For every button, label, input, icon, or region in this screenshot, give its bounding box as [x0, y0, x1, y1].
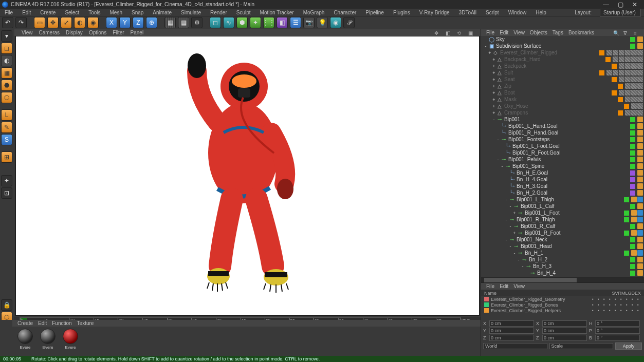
- tree-row[interactable]: +△Oxy_Hose: [481, 103, 644, 109]
- menu-3dtoall[interactable]: 3DToAll: [457, 10, 478, 15]
- coord-system[interactable]: ⊕: [146, 17, 157, 28]
- layer-menu-edit[interactable]: Edit: [500, 283, 508, 289]
- visibility-dots[interactable]: [599, 70, 604, 75]
- tag-icons[interactable]: [631, 230, 643, 236]
- tag-icons[interactable]: [637, 170, 643, 176]
- view-menu-view[interactable]: View: [22, 30, 33, 35]
- add-camera[interactable]: 📷: [303, 17, 315, 28]
- menu-animate[interactable]: Animate: [151, 10, 173, 15]
- tag-icons[interactable]: [637, 177, 643, 182]
- tag-icons[interactable]: [637, 117, 643, 122]
- tag-icons[interactable]: [637, 263, 643, 269]
- coord-field[interactable]: 0 °: [595, 335, 640, 341]
- menu-motion-tracker[interactable]: Motion Tracker: [259, 10, 296, 15]
- expand-toggle[interactable]: -: [495, 137, 501, 142]
- expand-toggle[interactable]: +: [512, 211, 517, 216]
- visibility-dots[interactable]: [630, 184, 635, 189]
- python-icon[interactable]: 𝒫: [343, 17, 355, 28]
- tree-row[interactable]: +△Crampons: [481, 109, 644, 116]
- tree-row[interactable]: └◦Bn_H_E.Goal: [481, 169, 644, 176]
- menu-render[interactable]: Render: [209, 10, 229, 15]
- menu-help[interactable]: Help: [534, 10, 548, 15]
- visibility-dots[interactable]: [630, 144, 635, 149]
- coord-mode-dropdown[interactable]: World: [483, 343, 547, 349]
- visibility-dots[interactable]: [630, 190, 635, 196]
- menu-select[interactable]: Select: [63, 10, 81, 15]
- coord-scale-dropdown[interactable]: Scale: [549, 343, 614, 349]
- tree-row[interactable]: └◦Bip001_R_Foot.Goal: [481, 149, 644, 156]
- add-cube[interactable]: ◻: [210, 17, 221, 28]
- visibility-dots[interactable]: [630, 37, 635, 42]
- menu-plugins[interactable]: Plugins: [392, 10, 412, 15]
- menu-sculpt[interactable]: Sculpt: [235, 10, 252, 15]
- tree-row[interactable]: -⊸Bip001_Spine: [481, 163, 644, 169]
- panel-menu-icon[interactable]: ≡: [634, 30, 639, 35]
- tree-row[interactable]: └◦Bip001_L_Foot.Goal: [481, 143, 644, 149]
- layer-menu-view[interactable]: View: [513, 283, 525, 289]
- edge-mode[interactable]: ⬡: [1, 92, 12, 103]
- tag-icons[interactable]: [631, 210, 643, 216]
- viewport[interactable]: [15, 36, 480, 316]
- tree-row[interactable]: -⊸Bn_H_3: [481, 263, 644, 270]
- visibility-dots[interactable]: [630, 124, 635, 129]
- visibility-dots[interactable]: [612, 90, 617, 96]
- expand-toggle[interactable]: +: [487, 50, 492, 55]
- menu-tools[interactable]: Tools: [87, 10, 102, 15]
- visibility-dots[interactable]: [630, 244, 635, 249]
- tree-row[interactable]: -⊸Bip001_L_Calf: [481, 203, 644, 209]
- tag-icons[interactable]: [619, 63, 643, 69]
- tag-icons[interactable]: [631, 217, 643, 222]
- layer-menu-file[interactable]: File: [486, 283, 494, 289]
- tree-row[interactable]: -⊸Bip001_L_Thigh: [481, 196, 644, 203]
- expand-toggle[interactable]: +: [491, 64, 496, 69]
- expand-toggle[interactable]: -: [491, 117, 496, 122]
- add-light[interactable]: 💡: [317, 17, 328, 28]
- add-spline[interactable]: ∿: [223, 17, 234, 28]
- tag-icons[interactable]: [637, 43, 643, 49]
- coord-field[interactable]: 0 °: [595, 320, 640, 327]
- view-toggle-icon[interactable]: ▣: [468, 30, 473, 35]
- tree-row[interactable]: +△Backpack_Hard: [481, 56, 644, 63]
- tree-row[interactable]: -⊸Bip001_Neck: [481, 236, 644, 243]
- material-area[interactable]: EvereEvereEvere: [12, 327, 481, 356]
- tag-icons[interactable]: [625, 110, 643, 116]
- tag-icons[interactable]: [637, 150, 643, 156]
- expand-toggle[interactable]: -: [500, 164, 505, 169]
- visibility-dots[interactable]: [630, 271, 635, 276]
- tree-row[interactable]: +△Boot: [481, 89, 644, 96]
- apply-button[interactable]: Apply: [615, 342, 642, 350]
- add-array[interactable]: ⋮⋮: [263, 17, 274, 28]
- expand-toggle[interactable]: +: [491, 90, 496, 96]
- tree-row[interactable]: -▣Subdivision Surface: [481, 43, 644, 49]
- tree-row[interactable]: └◦Bn_H_4.Goal: [481, 176, 644, 183]
- close-button[interactable]: ✕: [628, 1, 642, 8]
- add-modifier[interactable]: ✦: [250, 17, 261, 28]
- visibility-dots[interactable]: [624, 251, 629, 256]
- visibility-dots[interactable]: [599, 50, 604, 55]
- menu-simulate[interactable]: Simulate: [179, 10, 203, 15]
- objects-menu-file[interactable]: File: [486, 30, 494, 35]
- layer-row[interactable]: Everest_Climber_Rigged_Geometry▪▪▪▪▪▪▪▪▪: [481, 296, 644, 302]
- visibility-dots[interactable]: [624, 231, 629, 236]
- menu-pipeline[interactable]: Pipeline: [364, 10, 385, 15]
- visibility-dots[interactable]: [630, 204, 635, 209]
- menu-window[interactable]: Window: [507, 10, 528, 15]
- expand-toggle[interactable]: -: [483, 44, 488, 49]
- expand-toggle[interactable]: -: [508, 244, 513, 249]
- expand-toggle[interactable]: -: [504, 217, 509, 222]
- visibility-dots[interactable]: [630, 150, 635, 156]
- tree-row[interactable]: -⊸Bip001_R_Thigh: [481, 216, 644, 223]
- visibility-dots[interactable]: [630, 117, 635, 122]
- tree-row[interactable]: +△Zip: [481, 83, 644, 89]
- tree-row[interactable]: -⊸Bip001: [481, 116, 644, 123]
- tree-hscroll[interactable]: [481, 277, 644, 282]
- visibility-dots[interactable]: [618, 110, 623, 116]
- view-menu-panel[interactable]: Panel: [131, 30, 144, 35]
- coord-field[interactable]: 0 °: [595, 328, 640, 334]
- minimize-button[interactable]: —: [599, 1, 613, 8]
- maximize-button[interactable]: ▢: [613, 1, 628, 8]
- tag-icons[interactable]: [637, 270, 643, 276]
- expand-toggle[interactable]: -: [504, 237, 509, 242]
- tree-row[interactable]: -⊸Bip001_R_Calf: [481, 223, 644, 230]
- tag-icons[interactable]: [619, 77, 643, 82]
